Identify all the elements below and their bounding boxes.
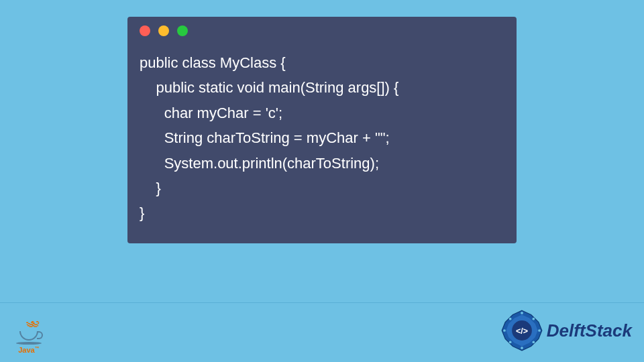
svg-point-6 [503, 329, 506, 332]
svg-point-7 [538, 329, 541, 332]
divider-line [0, 302, 644, 303]
svg-point-8 [509, 318, 512, 320]
java-tm: ™ [35, 346, 40, 351]
code-block: public class MyClass { public static voi… [127, 45, 517, 231]
svg-point-11 [532, 341, 535, 344]
code-line: public static void main(String args[]) { [140, 79, 398, 96]
close-icon[interactable] [140, 25, 150, 36]
delftstack-label: DelftStack [547, 320, 632, 341]
delftstack-logo: </> DelftStack [501, 310, 632, 351]
svg-point-9 [532, 318, 535, 320]
java-label-text: Java [18, 346, 34, 354]
java-steam-icon: ༄༄ [12, 322, 46, 330]
svg-point-4 [521, 312, 523, 314]
code-line: } [140, 204, 144, 221]
svg-point-5 [521, 347, 523, 349]
code-line: } [140, 180, 161, 196]
minimize-icon[interactable] [158, 25, 169, 36]
svg-text:</>: </> [516, 326, 528, 336]
code-line: char myChar = 'c'; [140, 105, 282, 121]
code-line: System.out.println(charToString); [140, 155, 379, 172]
delftstack-badge-icon: </> [501, 310, 543, 351]
svg-point-10 [509, 341, 512, 344]
java-logo: ༄༄ Java™ [12, 322, 46, 354]
code-line: public class MyClass { [140, 54, 286, 71]
maximize-icon[interactable] [177, 25, 188, 36]
code-line: String charToString = myChar + ""; [140, 129, 390, 146]
java-label: Java™ [12, 346, 46, 354]
java-cup-icon [19, 331, 38, 341]
code-window: public class MyClass { public static voi… [127, 17, 517, 243]
java-saucer-icon [16, 342, 42, 345]
window-titlebar [127, 17, 517, 45]
